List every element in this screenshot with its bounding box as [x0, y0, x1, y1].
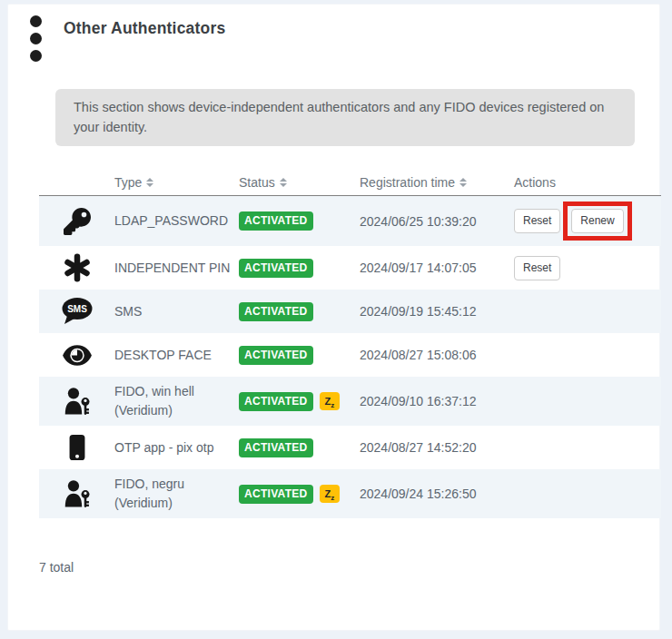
authenticator-type: INDEPENDENT PIN — [114, 259, 232, 278]
person-key-icon — [64, 387, 91, 416]
actions-cell — [514, 442, 661, 453]
registration-time: 2024/09/17 14:07:05 — [360, 255, 514, 280]
authenticator-type: FIDO, negru — [114, 475, 232, 494]
column-header-actions[interactable]: Actions — [514, 175, 661, 190]
sms-icon: SMS — [61, 297, 94, 326]
sort-icon[interactable] — [280, 178, 287, 187]
reset-button[interactable]: Reset — [514, 209, 560, 233]
table-row: SMS SMS ACTIVATED 2024/09/19 15:45:12 — [39, 290, 661, 333]
actions-cell — [514, 306, 661, 317]
type-icon-cell — [39, 339, 114, 372]
table-row: INDEPENDENT PIN ACTIVATED 2024/09/17 14:… — [39, 246, 661, 290]
type-cell: OTP app - pix otp — [114, 433, 239, 463]
table-body: LDAP_PASSWORD ACTIVATED 2024/06/25 10:39… — [39, 196, 661, 518]
authenticator-type: SMS — [114, 302, 232, 321]
vertical-dots-icon[interactable] — [30, 12, 42, 62]
total-count: 7 total — [39, 560, 659, 575]
column-header-label: Status — [239, 175, 275, 190]
status-badge: ACTIVATED — [239, 259, 313, 278]
renew-button[interactable]: Renew — [571, 209, 623, 233]
table-row: FIDO, negru (Veridium) ACTIVATED Zz 2024… — [39, 469, 661, 518]
table-row: OTP app - pix otp ACTIVATED 2024/08/27 1… — [39, 426, 661, 469]
actions-cell — [514, 349, 661, 360]
status-badge: ACTIVATED — [239, 438, 313, 457]
column-header-label: Actions — [514, 175, 556, 190]
authenticator-type-line2: (Veridium) — [114, 494, 232, 513]
authenticator-type: OTP app - pix otp — [114, 438, 232, 457]
type-cell: FIDO, win hell (Veridium) — [114, 377, 239, 426]
type-icon-cell — [39, 248, 114, 288]
eye-icon — [62, 344, 93, 367]
authenticator-type: DESKTOP FACE — [114, 346, 232, 365]
actions-cell — [514, 396, 661, 407]
phone-icon — [69, 434, 85, 461]
registration-time: 2024/09/24 15:26:50 — [360, 481, 514, 506]
status-badge: ACTIVATED — [239, 211, 313, 231]
sort-icon[interactable] — [460, 178, 467, 187]
registration-time: 2024/08/27 15:08:06 — [360, 342, 514, 368]
column-header-label: Registration time — [360, 175, 455, 190]
type-cell: SMS — [114, 297, 239, 327]
type-cell: INDEPENDENT PIN — [114, 253, 239, 283]
status-cell: ACTIVATED Zz — [239, 387, 360, 417]
authenticator-type: FIDO, win hell — [114, 382, 232, 401]
annotation-highlight: Renew — [563, 202, 631, 241]
status-badge: ACTIVATED — [239, 485, 313, 504]
column-header-status[interactable]: Status — [239, 175, 360, 190]
column-header-type[interactable]: Type — [114, 175, 239, 190]
sort-icon[interactable] — [146, 178, 153, 187]
registration-time: 2024/09/19 15:45:12 — [360, 299, 514, 324]
registration-time: 2024/06/25 10:39:20 — [360, 209, 514, 234]
type-icon-cell — [39, 474, 114, 514]
actions-cell: ResetRenew — [514, 196, 661, 246]
type-cell: LDAP_PASSWORD — [114, 206, 239, 236]
table-header-row: Type Status Registration time Actions — [39, 170, 661, 196]
status-badge: ACTIVATED — [239, 392, 313, 411]
authenticators-table: Type Status Registration time Actions LD… — [39, 170, 661, 518]
type-icon-cell — [39, 428, 114, 467]
key-icon — [64, 208, 91, 235]
type-icon-cell — [39, 381, 114, 421]
status-cell: ACTIVATED Zz — [239, 479, 360, 509]
info-text: This section shows device-independent au… — [74, 100, 604, 134]
actions-cell: Reset — [514, 251, 661, 286]
type-icon-cell: SMS — [39, 291, 114, 331]
registration-time: 2024/09/10 16:37:12 — [360, 388, 514, 414]
status-cell: ACTIVATED — [239, 433, 360, 463]
sleep-badge: Zz — [320, 392, 341, 410]
registration-time: 2024/08/27 14:52:20 — [360, 435, 514, 460]
status-badge: ACTIVATED — [239, 302, 313, 321]
type-cell: FIDO, negru (Veridium) — [114, 469, 239, 518]
authenticator-type: LDAP_PASSWORD — [114, 211, 232, 231]
info-box: This section shows device-independent au… — [55, 89, 635, 146]
asterisk-icon — [64, 253, 91, 282]
table-row: DESKTOP FACE ACTIVATED 2024/08/27 15:08:… — [39, 333, 661, 377]
status-cell: ACTIVATED — [239, 340, 360, 370]
status-badge: ACTIVATED — [239, 346, 313, 365]
type-cell: DESKTOP FACE — [114, 340, 239, 370]
type-icon-cell — [39, 202, 114, 241]
status-cell: ACTIVATED — [239, 253, 360, 283]
actions-cell — [514, 488, 661, 499]
sleep-badge: Zz — [320, 485, 341, 503]
table-row: LDAP_PASSWORD ACTIVATED 2024/06/25 10:39… — [39, 196, 661, 246]
person-key-icon — [64, 479, 91, 508]
status-cell: ACTIVATED — [239, 206, 360, 236]
status-cell: ACTIVATED — [239, 297, 360, 327]
card-header: Other Authenticators — [8, 5, 659, 62]
column-header-label: Type — [114, 175, 142, 190]
column-header-registration-time[interactable]: Registration time — [360, 175, 514, 190]
page-title: Other Authenticators — [64, 19, 225, 38]
other-authenticators-card: Other Authenticators This section shows … — [7, 4, 660, 631]
authenticator-type-line2: (Veridium) — [114, 401, 232, 420]
reset-button[interactable]: Reset — [514, 256, 560, 280]
table-row: FIDO, win hell (Veridium) ACTIVATED Zz 2… — [39, 377, 661, 426]
svg-text:SMS: SMS — [67, 304, 87, 314]
